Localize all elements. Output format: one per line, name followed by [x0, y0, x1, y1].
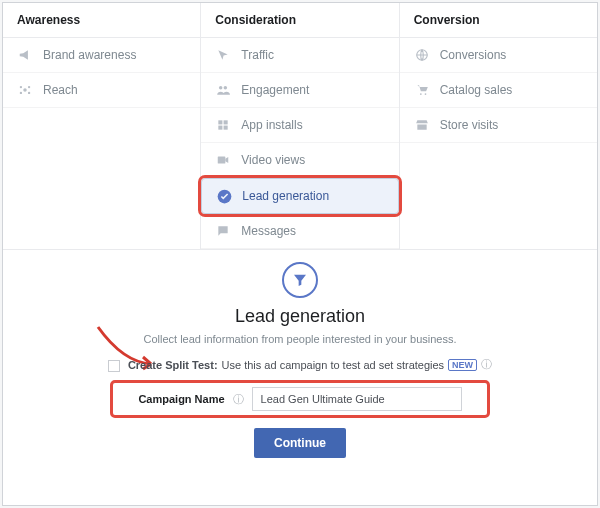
svg-rect-9 — [219, 126, 223, 130]
svg-rect-10 — [224, 126, 228, 130]
people-icon — [215, 82, 231, 98]
item-label: Lead generation — [242, 189, 329, 203]
col-header-conversion: Conversion — [400, 3, 597, 38]
info-icon[interactable]: ⓘ — [481, 357, 492, 372]
svg-point-0 — [23, 88, 27, 92]
item-label: Traffic — [241, 48, 274, 62]
item-label: Catalog sales — [440, 83, 513, 97]
check-circle-icon — [216, 188, 232, 204]
item-lead-generation[interactable]: Lead generation — [201, 178, 398, 214]
continue-button[interactable]: Continue — [254, 428, 346, 458]
item-traffic[interactable]: Traffic — [201, 38, 398, 73]
item-video-views[interactable]: Video views — [201, 143, 398, 178]
svg-point-2 — [28, 86, 30, 88]
col-header-consideration: Consideration — [201, 3, 398, 38]
cursor-icon — [215, 47, 231, 63]
item-label: Video views — [241, 153, 305, 167]
app-icon — [215, 117, 231, 133]
svg-point-1 — [20, 86, 22, 88]
col-awareness: Awareness Brand awareness Reach — [3, 3, 201, 249]
info-icon[interactable]: ⓘ — [233, 392, 244, 407]
svg-point-14 — [420, 93, 422, 95]
item-reach[interactable]: Reach — [3, 73, 200, 108]
svg-rect-11 — [218, 157, 226, 164]
item-label: Store visits — [440, 118, 499, 132]
campaign-name-input[interactable] — [252, 387, 462, 411]
split-test-text: Use this ad campaign to test ad set stra… — [222, 359, 445, 371]
objective-panel: Awareness Brand awareness Reach Consider… — [2, 2, 598, 506]
campaign-name-row: Campaign Name ⓘ — [110, 380, 490, 418]
svg-point-4 — [28, 92, 30, 94]
item-catalog-sales[interactable]: Catalog sales — [400, 73, 597, 108]
funnel-icon — [282, 262, 318, 298]
svg-rect-8 — [224, 120, 228, 124]
store-icon — [414, 117, 430, 133]
split-test-checkbox[interactable] — [108, 360, 120, 372]
message-icon — [215, 223, 231, 239]
svg-point-15 — [424, 93, 426, 95]
cart-icon — [414, 82, 430, 98]
svg-point-5 — [219, 86, 223, 90]
item-engagement[interactable]: Engagement — [201, 73, 398, 108]
item-store-visits[interactable]: Store visits — [400, 108, 597, 143]
svg-point-6 — [224, 86, 228, 90]
item-label: Reach — [43, 83, 78, 97]
megaphone-icon — [17, 47, 33, 63]
item-messages[interactable]: Messages — [201, 214, 398, 249]
split-test-row: Create Split Test: Use this ad campaign … — [23, 357, 577, 372]
item-brand-awareness[interactable]: Brand awareness — [3, 38, 200, 73]
reach-icon — [17, 82, 33, 98]
col-conversion: Conversion Conversions Catalog sales Sto… — [400, 3, 597, 249]
col-consideration: Consideration Traffic Engagement App ins… — [201, 3, 399, 249]
item-label: App installs — [241, 118, 302, 132]
item-label: Conversions — [440, 48, 507, 62]
campaign-name-label: Campaign Name — [138, 393, 224, 405]
item-label: Brand awareness — [43, 48, 136, 62]
item-app-installs[interactable]: App installs — [201, 108, 398, 143]
new-badge: NEW — [448, 359, 477, 371]
svg-rect-7 — [219, 120, 223, 124]
video-icon — [215, 152, 231, 168]
item-label: Messages — [241, 224, 296, 238]
split-test-label: Create Split Test: — [128, 359, 218, 371]
col-header-awareness: Awareness — [3, 3, 200, 38]
detail-section: Lead generation Collect lead information… — [3, 250, 597, 505]
svg-point-3 — [20, 92, 22, 94]
item-conversions[interactable]: Conversions — [400, 38, 597, 73]
globe-icon — [414, 47, 430, 63]
item-label: Engagement — [241, 83, 309, 97]
objective-columns: Awareness Brand awareness Reach Consider… — [3, 3, 597, 250]
